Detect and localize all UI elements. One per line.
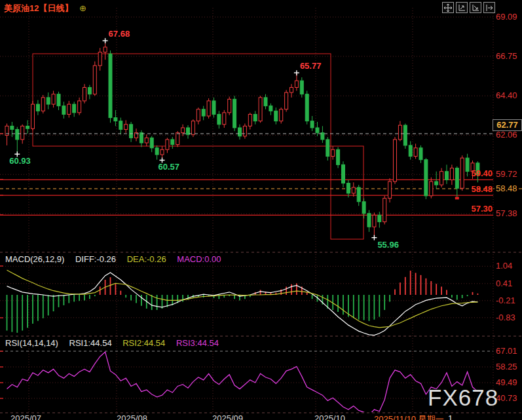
crosshair-price-label: 62.77 [493,119,522,131]
macd-dea-line [7,270,478,328]
rsi3-value: RSI3:44.54 [176,338,219,348]
pan-icon[interactable] [442,2,454,13]
time-axis: 2025/07 2025/08 2025/09 2025/10 2025/11/… [0,413,522,420]
axis-scale-right-icon[interactable] [470,2,481,13]
macd-diff-value: DIFF:-0.26 [75,254,116,264]
rsi-indicator-header[interactable]: RSI(14,14,14) RSI1:44.54 RSI2:44.54 RSI3… [5,338,219,348]
crosshair-date-label: 2025/11/10 星期一 [374,413,444,420]
macd-gridlines [0,266,493,317]
fx678-watermark: FX678 [428,385,498,411]
axis-scale-left-icon[interactable] [456,2,468,13]
candlestick-chart[interactable] [0,0,522,420]
vertical-gridlines [29,8,493,413]
rsi-params: RSI(14,14,14) [5,338,58,348]
macd-params: MACD(26,12,9) [5,254,64,264]
macd-histogram [7,271,478,333]
macd-dea-value: DEA:-0.26 [127,254,166,264]
rsi2-value: RSI2:44.54 [122,338,165,348]
support-level-lines [0,180,493,215]
rsi-gridlines [0,351,493,398]
collapse-panel-icon[interactable] [483,2,495,13]
sell-marker [455,197,459,199]
title-bar: 美原油12【日线】 ⊕ [4,2,86,14]
candles-group [5,41,479,238]
chart-toolbar [442,2,495,13]
month-label-oct: 2025/10 [314,413,345,420]
month-label-sep: 2025/09 [212,413,243,420]
instrument-title: 美原油12【日线】 [4,3,73,13]
month-label-aug: 2025/08 [117,413,147,420]
macd-value: MACD:0.00 [177,254,221,264]
trading-chart-window: 67.6860.9360.5765.7755.9669.0966.7564.40… [0,0,522,420]
current-price-label: 58.48 [494,183,519,193]
expand-icon[interactable]: ⊕ [79,3,86,13]
rsi-line [7,352,478,415]
macd-indicator-header[interactable]: MACD(26,12,9) DIFF:-0.26 DEA:-0.26 MACD:… [5,254,221,264]
macd-diff-line [7,273,478,335]
month-label-jul: 2025/07 [10,413,41,420]
crosshair-date-extra: 1 [448,413,453,420]
left-axis-ticks [0,134,3,398]
analysis-boxes [33,54,364,239]
rsi1-value: RSI1:44.54 [69,338,112,348]
